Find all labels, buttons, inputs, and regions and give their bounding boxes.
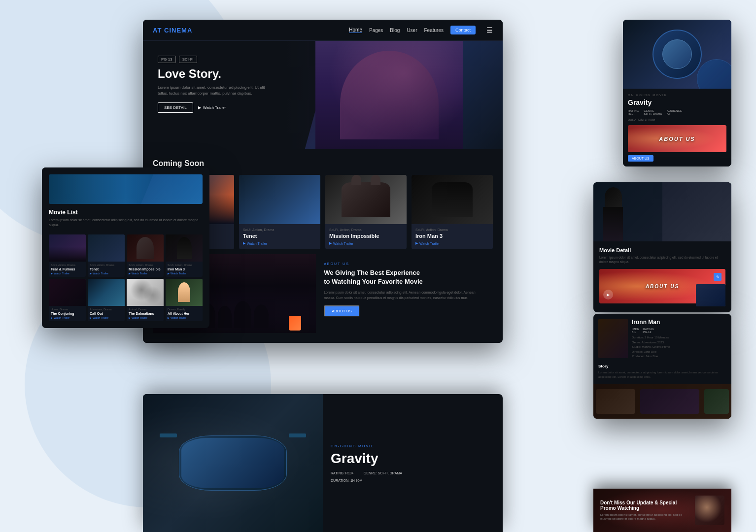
about-us-text-overlay: ABOUT US xyxy=(659,136,695,142)
see-detail-button[interactable]: SEE DETAIL xyxy=(158,102,193,113)
abouther-genre: Drama, Family xyxy=(168,308,201,311)
darth-decorative xyxy=(432,182,473,217)
list-item: Sci-fi, Action, Drama Mission Impossible… xyxy=(127,234,164,277)
conjuring-title: The Conjuring xyxy=(51,312,84,315)
abouther-trailer[interactable]: Watch Trailer xyxy=(168,316,201,319)
nav-links: Home Pages Blog User Features Contact ☰ xyxy=(349,26,493,34)
abouther-title: All About Her xyxy=(168,312,201,315)
hero-content: PG 13 SCI-FI Love Story. Lorem ipsum dol… xyxy=(158,56,276,113)
video-overlay-text: ABOUT US xyxy=(646,284,679,289)
fear-furious-thumb xyxy=(49,234,86,262)
hero-silhouette xyxy=(340,51,439,139)
tenet-info: Sci-fi, Action, Drama Tenet Watch Traile… xyxy=(88,262,125,277)
promo-text: Don't Miss Our Update & Special Promo Wa… xyxy=(600,500,690,521)
tenet-trailer-link[interactable]: Watch Trailer xyxy=(243,241,316,245)
promo-content: Don't Miss Our Update & Special Promo Wa… xyxy=(593,489,731,532)
mission-info: Sci-fi, Action, Drama Mission Impossible… xyxy=(127,262,164,277)
mission-thumb xyxy=(127,234,164,262)
ironman3-trailer-link[interactable]: Watch Trailer xyxy=(415,241,489,245)
popcorn-decorative xyxy=(289,316,301,331)
story-text: Lorem dolor sit amet, consectetur adipis… xyxy=(598,370,726,379)
promo-image xyxy=(695,496,724,525)
right-mid-hero-image xyxy=(662,182,731,241)
right-genre: GENRESci-Fi, Drama xyxy=(644,109,662,115)
bottom-gravity-card: ON-GOING MOVIE Gravity RATING: R13+ GENR… xyxy=(143,394,503,532)
list-item: Sci-fi, Action, Drama Tenet Watch Traile… xyxy=(88,234,125,277)
iron-man-video-section xyxy=(593,384,731,419)
badge-scifi: SCI-FI xyxy=(179,56,197,63)
callout-thumb xyxy=(88,279,125,306)
navbar: AT CINEMA Home Pages Blog User Features … xyxy=(143,20,503,41)
rating-stat: RATINGPG-13 xyxy=(643,328,653,333)
main-scene: AT CINEMA Home Pages Blog User Features … xyxy=(0,0,756,532)
inner-movies-grid: Sci-fi, Action, Drama Fear & Furious Wat… xyxy=(42,234,209,328)
nav-features[interactable]: Features xyxy=(424,28,444,33)
movie-card-tenet: Sci-fi, Action, Drama Tenet Watch Traile… xyxy=(239,175,320,249)
iron-man-metadata: Duration: 2 Hour 10 Minutes Genre: Adven… xyxy=(632,335,726,359)
astronaut-helmet xyxy=(653,30,702,79)
gravity-title: Gravity xyxy=(331,451,495,466)
callout-title: Call Out xyxy=(90,312,123,315)
nav-home[interactable]: Home xyxy=(349,27,362,33)
nav-blog[interactable]: Blog xyxy=(390,28,400,33)
fear-furious-info: Sci-fi, Action, Drama Fear & Furious Wat… xyxy=(49,262,86,277)
gravity-rating: RATING: R13+ xyxy=(331,471,354,475)
mission-genre: Sci-fi, Action, Drama xyxy=(129,264,162,266)
about-us-button[interactable]: ABOUT US xyxy=(324,305,360,317)
satellite-image xyxy=(143,394,323,532)
movie-list-title: Movie List xyxy=(49,209,203,216)
conjuring-info: Horror, Drama The Conjuring Watch Traile… xyxy=(49,306,86,321)
mission-trailer[interactable]: Watch Trailer xyxy=(129,272,162,275)
fear-title: Fear & Furious xyxy=(51,267,84,271)
fear-genre: Sci-fi, Action, Drama xyxy=(51,264,84,266)
nav-pages[interactable]: Pages xyxy=(369,28,383,33)
mission-trailer-link[interactable]: Watch Trailer xyxy=(329,241,403,245)
left-movie-list-card: Movie List Lorem ipsum dolor sit amet, c… xyxy=(42,167,209,328)
hamburger-icon[interactable]: ☰ xyxy=(486,26,493,34)
promo-title: Don't Miss Our Update & Special Promo Wa… xyxy=(600,500,690,511)
gravity-genre: GENRE: SCI-FI, DRAMA xyxy=(364,471,402,475)
left-hero-image xyxy=(49,174,203,204)
right-movie-detail-card: Movie Detail Lorem ipsum dolor sit amet,… xyxy=(593,182,731,312)
dalmatians-trailer[interactable]: Watch Trailer xyxy=(129,316,162,319)
movie-list-description: Lorem ipsum dolor sit amet, consectetur … xyxy=(49,218,203,228)
nav-user[interactable]: User xyxy=(407,28,417,33)
story-section: Story Lorem dolor sit amet, consectetur … xyxy=(593,364,731,384)
on-going-label: ON GOING MOVIE xyxy=(628,94,726,97)
video-thumb-2 xyxy=(640,389,699,414)
tenet-genre: Sci-fi, Action, Drama xyxy=(243,228,316,232)
tenet-title: Tenet xyxy=(90,267,123,271)
list-item: Sci-fi, Action, Drama Fear & Furious Wat… xyxy=(49,234,86,277)
hero-description: Lorem ipsum dolor sit amet, consectetur … xyxy=(158,85,276,97)
tenet-title: Tenet xyxy=(243,233,316,239)
list-item: Drama, Family All About Her Watch Traile… xyxy=(166,279,203,321)
iron-man-detail-card: Ironn Man IMDb8.1 RATINGPG-13 Duration: … xyxy=(593,314,731,419)
gravity-meta: RATING: R13+ GENRE: SCI-FI, DRAMA xyxy=(331,471,495,475)
ironman-genre: Sci-fi, Action, Drama xyxy=(168,264,201,266)
mission-genre: Sci-Fi, Action, Drama xyxy=(329,228,403,232)
gravity-info-section: ON-GOING MOVIE Gravity RATING: R13+ GENR… xyxy=(323,394,503,532)
wolf-decorative xyxy=(342,182,390,217)
ongoing-label: ON-GOING MOVIE xyxy=(331,444,495,448)
mission-title: Mission Impossible xyxy=(329,233,403,239)
ironman-trailer[interactable]: Watch Trailer xyxy=(168,272,201,275)
logo: AT CINEMA xyxy=(153,27,192,34)
right-mid-content: Movie Detail Lorem ipsum dolor sit amet,… xyxy=(593,241,731,312)
tenet-thumbnail xyxy=(239,175,320,224)
movie-card-mission: Sci-Fi, Action, Drama Mission Impossible… xyxy=(325,175,407,249)
tenet-trailer[interactable]: Watch Trailer xyxy=(90,272,123,275)
right-duration: DURATION: 1H 90M xyxy=(628,118,726,121)
fear-trailer[interactable]: Watch Trailer xyxy=(51,272,84,275)
list-item: Sci-fi, Action, Drama Iron Man 3 Watch T… xyxy=(166,234,203,277)
watch-trailer-button[interactable]: Watch Trailer xyxy=(198,105,226,110)
list-item: Horror, Drama The Conjuring Watch Traile… xyxy=(49,279,86,321)
callout-trailer[interactable]: Watch Trailer xyxy=(90,316,123,319)
tenet-info: Sci-fi, Action, Drama Tenet Watch Traile… xyxy=(239,224,320,249)
right-about-button[interactable]: ABOUT US xyxy=(628,155,653,162)
abouther-thumb xyxy=(166,279,203,306)
conjuring-trailer[interactable]: Watch Trailer xyxy=(51,316,84,319)
right-rating: RATINGR13+ xyxy=(628,109,639,115)
contact-button[interactable]: Contact xyxy=(450,26,476,34)
mission-thumbnail xyxy=(325,175,407,224)
satellite-body xyxy=(179,435,287,491)
